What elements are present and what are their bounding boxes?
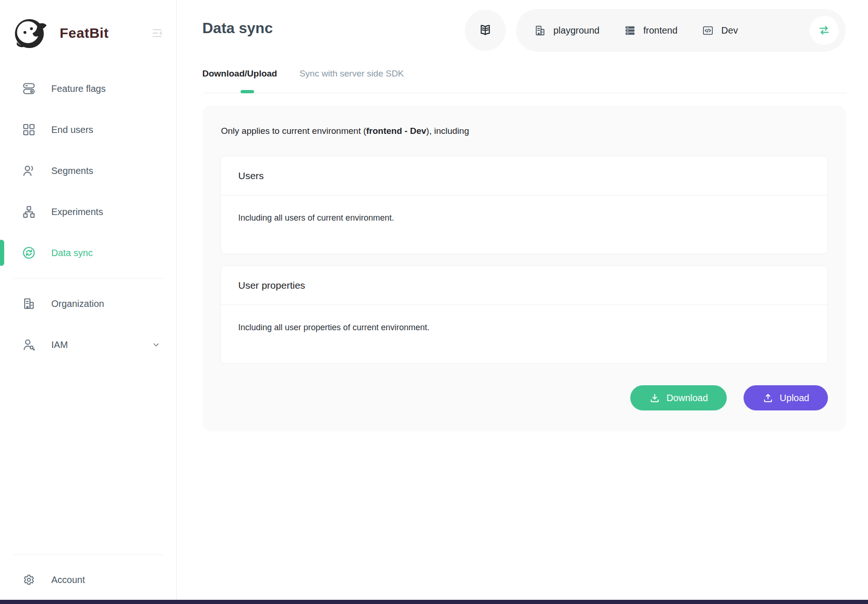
page-title: Data sync	[202, 20, 273, 37]
feature-flags-icon	[22, 82, 36, 96]
tab-sync-server-sdk[interactable]: Sync with server side SDK	[299, 69, 404, 85]
env-selector-label: Dev	[721, 25, 738, 36]
sidebar-divider	[13, 278, 163, 278]
product-selector[interactable]: frontend	[624, 24, 677, 37]
tab-bar: Download/Upload Sync with server side SD…	[202, 69, 404, 85]
organization-icon	[22, 297, 36, 311]
sidebar-item-account[interactable]: Account	[0, 560, 176, 600]
sidebar-item-label: End users	[51, 125, 93, 135]
swap-arrows-icon	[818, 24, 831, 37]
tab-bottom-border	[202, 93, 846, 93]
main-content: Data sync playground	[177, 0, 868, 600]
users-card-description: Including all users of current environme…	[221, 195, 827, 254]
project-selector-label: playground	[553, 25, 599, 36]
sidebar-item-label: Data sync	[51, 248, 93, 258]
sidebar-collapse-icon[interactable]	[151, 27, 163, 39]
code-window-icon	[702, 24, 714, 37]
project-selector[interactable]: playground	[534, 24, 599, 37]
sidebar-item-label: Feature flags	[51, 83, 106, 94]
environment-selector-bar: playground	[516, 9, 846, 52]
product-selector-label: frontend	[643, 25, 677, 36]
gear-icon	[22, 573, 36, 587]
download-icon	[649, 392, 661, 404]
upload-icon	[762, 392, 774, 404]
sidebar-item-label: Account	[51, 575, 85, 585]
book-icon	[478, 23, 493, 38]
segments-icon	[22, 164, 36, 178]
user-properties-card-title: User properties	[221, 266, 827, 305]
end-users-icon	[22, 123, 36, 137]
sidebar-item-end-users[interactable]: End users	[0, 109, 176, 150]
sidebar-item-data-sync[interactable]: Data sync	[0, 232, 176, 273]
action-buttons: Download Upload	[630, 385, 828, 410]
data-sync-icon	[22, 246, 36, 260]
experiments-icon	[22, 205, 36, 219]
upload-button[interactable]: Upload	[744, 385, 828, 410]
users-card: Users Including all users of current env…	[220, 156, 828, 254]
building-icon	[534, 24, 546, 37]
scope-env-name: frontend - Dev	[366, 126, 427, 136]
brand-header: FeatBit	[0, 0, 176, 61]
brand-name: FeatBit	[60, 25, 151, 41]
active-tab-indicator	[241, 90, 254, 93]
scope-note: Only applies to current environment (fro…	[221, 126, 828, 136]
sidebar-item-label: Segments	[51, 166, 93, 176]
sidebar-footer: Account	[0, 550, 176, 600]
tab-download-upload[interactable]: Download/Upload	[202, 69, 277, 85]
sidebar-item-organization[interactable]: Organization	[0, 283, 176, 324]
server-stack-icon	[624, 24, 636, 37]
download-button[interactable]: Download	[630, 385, 727, 410]
sidebar-footer-divider	[13, 555, 163, 555]
sidebar-item-segments[interactable]: Segments	[0, 150, 176, 191]
app-window: FeatBit Feature flags	[0, 0, 868, 600]
featbit-logo-icon	[11, 15, 49, 51]
download-button-label: Download	[667, 393, 708, 403]
user-properties-card: User properties Including all user prope…	[220, 265, 828, 364]
users-card-title: Users	[221, 156, 827, 195]
sidebar-item-experiments[interactable]: Experiments	[0, 191, 176, 232]
upload-button-label: Upload	[780, 393, 809, 403]
chevron-down-icon	[151, 340, 161, 350]
env-selector[interactable]: Dev	[702, 24, 738, 37]
user-properties-card-description: Including all user properties of current…	[221, 305, 827, 363]
sidebar-item-label: Experiments	[51, 207, 103, 217]
docs-button[interactable]	[465, 10, 506, 51]
iam-icon	[22, 338, 36, 352]
active-indicator	[0, 240, 4, 266]
sidebar: FeatBit Feature flags	[0, 0, 177, 600]
sidebar-item-iam[interactable]: IAM	[0, 324, 176, 365]
sidebar-nav: Feature flags End users	[0, 61, 176, 365]
data-sync-panel: Only applies to current environment (fro…	[202, 105, 846, 431]
switch-environment-button[interactable]	[810, 16, 839, 45]
bottom-bar	[0, 600, 868, 604]
sidebar-item-label: Organization	[51, 299, 104, 309]
sidebar-item-label: IAM	[51, 340, 68, 350]
sidebar-item-feature-flags[interactable]: Feature flags	[0, 68, 176, 109]
